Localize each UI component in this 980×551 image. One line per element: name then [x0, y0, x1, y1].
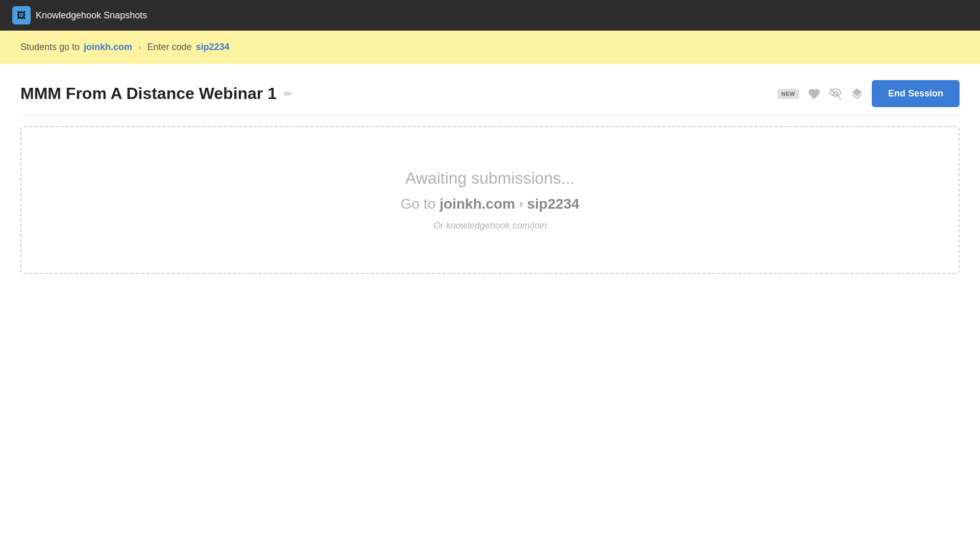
alt-prefix: Or — [433, 220, 444, 231]
session-actions: NEW End Session — [777, 80, 960, 107]
join-code: sip2234 — [527, 196, 579, 212]
alt-url-line: Or knowledgehook.com/join — [433, 220, 547, 231]
session-title: MMM From A Distance Webinar 1 — [20, 84, 277, 103]
banner-prefix: Students go to — [20, 42, 80, 53]
visibility-icon[interactable] — [829, 87, 842, 101]
session-header: MMM From A Distance Webinar 1 ✏ NEW — [20, 80, 960, 116]
new-badge: NEW — [777, 89, 799, 99]
navbar-title: Knowledgehook Snapshots — [36, 10, 147, 21]
edit-icon[interactable]: ✏ — [284, 88, 292, 100]
join-arrow: › — [519, 197, 523, 211]
navbar: 🖼 Knowledgehook Snapshots — [0, 0, 980, 31]
banner-link[interactable]: joinkh.com — [84, 42, 132, 53]
main-content: MMM From A Distance Webinar 1 ✏ NEW — [0, 64, 980, 290]
banner-middle: Enter code — [147, 42, 191, 53]
join-instruction: Go to joinkh.com › sip2234 — [401, 196, 579, 212]
banner-code: sip2234 — [196, 42, 230, 53]
banner-arrow: › — [138, 43, 141, 52]
logo-icon: 🖼 — [12, 6, 31, 24]
session-title-area: MMM From A Distance Webinar 1 ✏ — [20, 84, 292, 103]
navbar-logo: 🖼 Knowledgehook Snapshots — [12, 6, 147, 24]
heart-icon[interactable] — [807, 87, 821, 101]
end-session-button[interactable]: End Session — [872, 80, 960, 107]
awaiting-text: Awaiting submissions... — [405, 169, 575, 188]
join-site: joinkh.com — [439, 196, 515, 212]
join-banner: Students go to joinkh.com › Enter code s… — [0, 31, 980, 64]
go-to-label: Go to — [401, 196, 435, 212]
submissions-box: Awaiting submissions... Go to joinkh.com… — [20, 126, 960, 274]
layers-icon[interactable] — [850, 87, 864, 101]
alt-url-text: knowledgehook.com/join — [446, 220, 547, 231]
